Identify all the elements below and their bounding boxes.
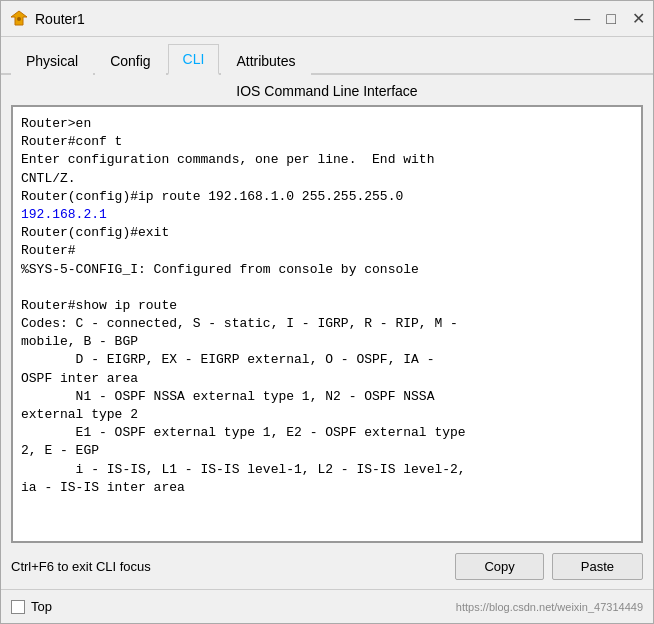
- minimize-button[interactable]: —: [574, 11, 590, 27]
- close-button[interactable]: ✕: [632, 11, 645, 27]
- router-icon: [9, 9, 29, 29]
- cli-line-7: Router(config)#exit: [21, 225, 169, 240]
- cli-content[interactable]: Router>en Router#conf t Enter configurat…: [13, 107, 641, 541]
- cli-line-18: E1 - OSPF external type 1, E2 - OSPF ext…: [21, 425, 466, 440]
- top-checkbox[interactable]: [11, 600, 25, 614]
- bottom-buttons: Copy Paste: [455, 553, 643, 580]
- cli-line-5: Router(config)#ip route 192.168.1.0 255.…: [21, 189, 403, 204]
- cli-line-17: external type 2: [21, 407, 138, 422]
- cli-line-9: %SYS-5-CONFIG_I: Configured from console…: [21, 262, 419, 277]
- cli-line-8: Router#: [21, 243, 76, 258]
- tab-config[interactable]: Config: [95, 46, 165, 75]
- cli-line-6: 192.168.2.1: [21, 207, 107, 222]
- cli-line-12: Codes: C - connected, S - static, I - IG…: [21, 316, 458, 331]
- tab-attributes[interactable]: Attributes: [221, 46, 310, 75]
- window-title: Router1: [35, 11, 85, 27]
- cli-line-16: N1 - OSPF NSSA external type 1, N2 - OSP…: [21, 389, 434, 404]
- title-bar: Router1 — □ ✕: [1, 1, 653, 37]
- footer-left: Top: [11, 599, 52, 614]
- svg-point-1: [17, 17, 21, 21]
- cli-line-3: Enter configuration commands, one per li…: [21, 152, 434, 167]
- cli-line-2: Router#conf t: [21, 134, 122, 149]
- section-title: IOS Command Line Interface: [1, 75, 653, 105]
- title-bar-controls: — □ ✕: [574, 11, 645, 27]
- cli-line-20: i - IS-IS, L1 - IS-IS level-1, L2 - IS-I…: [21, 462, 466, 477]
- tab-bar: Physical Config CLI Attributes: [1, 37, 653, 75]
- cli-line-11: Router#show ip route: [21, 298, 177, 313]
- tab-physical[interactable]: Physical: [11, 46, 93, 75]
- cli-line-19: 2, E - EGP: [21, 443, 99, 458]
- cli-line-13: mobile, B - BGP: [21, 334, 138, 349]
- cli-line-14: D - EIGRP, EX - EIGRP external, O - OSPF…: [21, 352, 434, 367]
- title-bar-left: Router1: [9, 9, 85, 29]
- bottom-bar: Ctrl+F6 to exit CLI focus Copy Paste: [1, 543, 653, 589]
- footer-bar: Top https://blog.csdn.net/weixin_4731444…: [1, 589, 653, 623]
- shortcut-text: Ctrl+F6 to exit CLI focus: [11, 559, 151, 574]
- main-window: Router1 — □ ✕ Physical Config CLI Attrib…: [0, 0, 654, 624]
- cli-line-21: ia - IS-IS inter area: [21, 480, 185, 495]
- cli-line-1: Router>en: [21, 116, 91, 131]
- footer-url: https://blog.csdn.net/weixin_47314449: [456, 601, 643, 613]
- copy-button[interactable]: Copy: [455, 553, 543, 580]
- cli-line-15: OSPF inter area: [21, 371, 138, 386]
- top-label: Top: [31, 599, 52, 614]
- maximize-button[interactable]: □: [606, 11, 616, 27]
- tab-cli[interactable]: CLI: [168, 44, 220, 75]
- cli-line-4: CNTL/Z.: [21, 171, 76, 186]
- cli-container: Router>en Router#conf t Enter configurat…: [11, 105, 643, 543]
- paste-button[interactable]: Paste: [552, 553, 643, 580]
